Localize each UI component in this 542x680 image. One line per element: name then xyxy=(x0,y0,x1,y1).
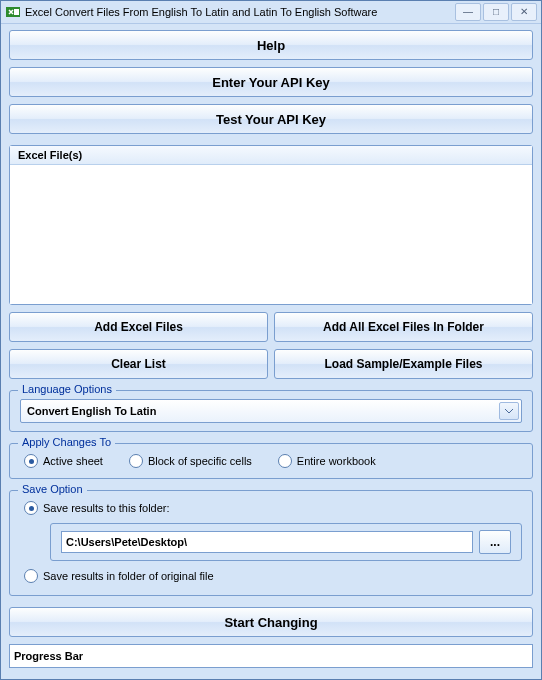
radio-block-cells[interactable]: Block of specific cells xyxy=(129,454,252,468)
radio-active-sheet[interactable]: Active sheet xyxy=(24,454,103,468)
titlebar: Excel Convert Files From English To Lati… xyxy=(1,1,541,24)
save-folder-inner: C:\Users\Pete\Desktop\ ... xyxy=(50,523,522,561)
radio-icon xyxy=(278,454,292,468)
language-options-group: Language Options Convert English To Lati… xyxy=(9,390,533,432)
save-folder-input[interactable]: C:\Users\Pete\Desktop\ xyxy=(61,531,473,553)
radio-label: Active sheet xyxy=(43,455,103,467)
radio-save-to-folder[interactable]: Save results to this folder: xyxy=(20,499,522,517)
help-button[interactable]: Help xyxy=(9,30,533,60)
language-select[interactable]: Convert English To Latin xyxy=(20,399,522,423)
radio-label: Block of specific cells xyxy=(148,455,252,467)
apply-changes-legend: Apply Changes To xyxy=(18,436,115,448)
window-title: Excel Convert Files From English To Lati… xyxy=(25,6,453,18)
start-changing-button[interactable]: Start Changing xyxy=(9,607,533,637)
progress-bar: Progress Bar xyxy=(9,644,533,668)
radio-label: Entire workbook xyxy=(297,455,376,467)
file-list-header: Excel File(s) xyxy=(10,146,532,165)
progress-bar-label: Progress Bar xyxy=(14,650,83,662)
radio-icon xyxy=(24,569,38,583)
file-list[interactable] xyxy=(10,165,532,304)
chevron-down-icon xyxy=(499,402,519,420)
close-button[interactable]: ✕ xyxy=(511,3,537,21)
app-icon xyxy=(5,4,21,20)
clear-list-button[interactable]: Clear List xyxy=(9,349,268,379)
radio-icon xyxy=(129,454,143,468)
language-select-value: Convert English To Latin xyxy=(27,405,156,417)
load-sample-button[interactable]: Load Sample/Example Files xyxy=(274,349,533,379)
file-list-group: Excel File(s) xyxy=(9,145,533,305)
radio-label: Save results to this folder: xyxy=(43,502,170,514)
minimize-button[interactable]: — xyxy=(455,3,481,21)
apply-changes-group: Apply Changes To Active sheet Block of s… xyxy=(9,443,533,479)
save-option-legend: Save Option xyxy=(18,483,87,495)
svg-rect-1 xyxy=(14,9,19,15)
radio-icon xyxy=(24,454,38,468)
enter-api-key-button[interactable]: Enter Your API Key xyxy=(9,67,533,97)
add-excel-files-button[interactable]: Add Excel Files xyxy=(9,312,268,342)
radio-icon xyxy=(24,501,38,515)
language-options-legend: Language Options xyxy=(18,383,116,395)
test-api-key-button[interactable]: Test Your API Key xyxy=(9,104,533,134)
radio-save-original-folder[interactable]: Save results in folder of original file xyxy=(20,567,522,585)
save-option-group: Save Option Save results to this folder:… xyxy=(9,490,533,596)
radio-entire-workbook[interactable]: Entire workbook xyxy=(278,454,376,468)
browse-folder-button[interactable]: ... xyxy=(479,530,511,554)
add-all-in-folder-button[interactable]: Add All Excel Files In Folder xyxy=(274,312,533,342)
maximize-button[interactable]: □ xyxy=(483,3,509,21)
radio-label: Save results in folder of original file xyxy=(43,570,214,582)
